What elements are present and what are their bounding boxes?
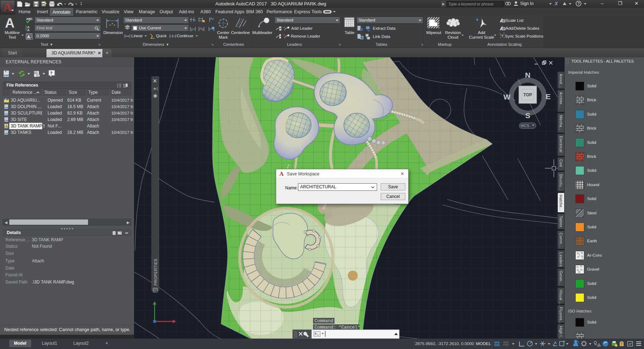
svg-text:*: * [503,32,504,35]
svg-text:W: W [503,93,511,101]
svg-text:A: A [27,35,30,39]
svg-text:?: ? [577,1,580,6]
svg-text:+: + [499,33,501,35]
svg-text:A: A [27,28,30,32]
svg-text:?: ? [50,71,53,75]
svg-text:+: + [283,26,285,29]
svg-text:X: X [554,1,558,6]
svg-text:E: E [546,92,551,101]
svg-text:S: S [525,111,530,120]
svg-text:+: + [476,17,479,23]
svg-text:WCS: WCS [521,123,530,128]
svg-text:PROPERTIES: PROPERTIES [153,258,158,286]
svg-text:Command:: Command: [314,319,336,324]
svg-text:Command: *Cancel*: Command: *Cancel* [314,325,360,330]
svg-text:TOP: TOP [523,92,532,97]
svg-text:Sign In: Sign In [520,1,533,6]
svg-text:DWG: DWG [4,74,10,77]
svg-text:N: N [525,71,530,79]
